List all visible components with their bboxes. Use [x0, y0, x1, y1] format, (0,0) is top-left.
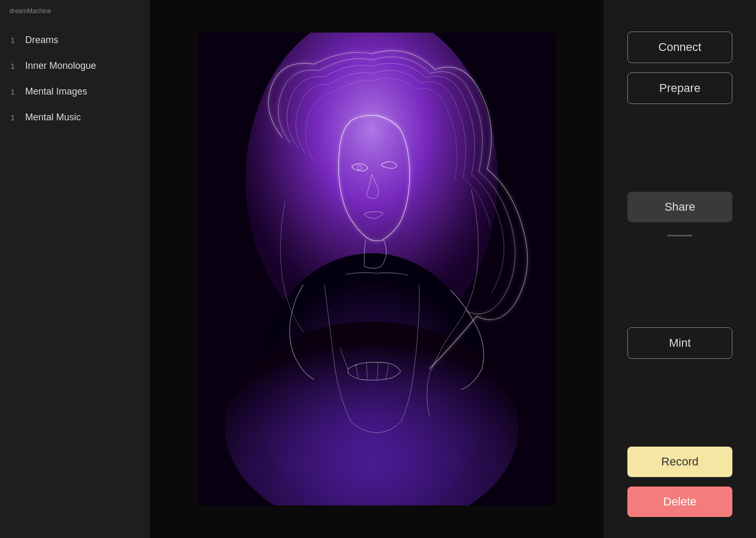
- sidebar-item-mental-music[interactable]: 1 Mental Music: [0, 105, 149, 130]
- sidebar-item-dreams[interactable]: 1 Dreams: [0, 27, 149, 53]
- connect-button[interactable]: Connect: [627, 32, 732, 63]
- nav-item-label: Dreams: [25, 35, 58, 46]
- mint-button[interactable]: Mint: [627, 327, 732, 359]
- sidebar-item-inner-monologue[interactable]: 1 Inner Monologue: [0, 53, 149, 79]
- nav-item-label: Mental Images: [25, 86, 87, 97]
- nav-item-label: Mental Music: [25, 112, 81, 123]
- illustration: [150, 0, 604, 538]
- nav-list: 1 Dreams 1 Inner Monologue 1 Mental Imag…: [0, 22, 149, 136]
- sidebar-item-mental-images[interactable]: 1 Mental Images: [0, 79, 149, 105]
- nav-item-number: 1: [10, 87, 17, 96]
- delete-button[interactable]: Delete: [627, 487, 732, 517]
- prepare-button[interactable]: Prepare: [627, 73, 732, 104]
- right-panel: Connect Prepare Share Mint Record Delete: [604, 0, 756, 538]
- app-title: dreamMachine: [0, 0, 149, 22]
- nav-item-number: 1: [10, 61, 17, 70]
- share-button[interactable]: Share: [627, 192, 732, 222]
- record-button[interactable]: Record: [627, 447, 732, 477]
- nav-item-number: 1: [10, 113, 17, 122]
- sidebar: dreamMachine 1 Dreams 1 Inner Monologue …: [0, 0, 150, 538]
- nav-item-label: Inner Monologue: [25, 60, 96, 71]
- nav-item-number: 1: [10, 36, 17, 45]
- divider: [667, 235, 692, 236]
- main-content: [150, 0, 604, 538]
